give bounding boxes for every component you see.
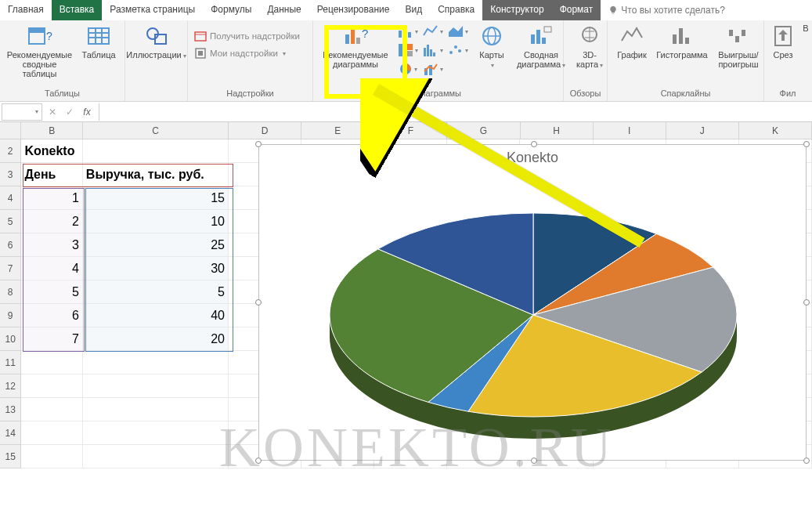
cell-B6[interactable]: 3 bbox=[21, 233, 82, 257]
row-header-12[interactable]: 12 bbox=[0, 374, 21, 398]
svg-rect-12 bbox=[198, 51, 203, 56]
col-header-C[interactable]: C bbox=[83, 122, 229, 139]
cell-B11[interactable] bbox=[21, 351, 82, 374]
row-header-6[interactable]: 6 bbox=[0, 233, 21, 257]
recommended-charts-button[interactable]: ? Рекомендуемыедиаграммы bbox=[318, 22, 393, 71]
row-header-11[interactable]: 11 bbox=[0, 351, 21, 374]
tab-home[interactable]: Главная bbox=[0, 0, 52, 20]
chart-combo-button[interactable]: ▾ bbox=[421, 60, 445, 78]
cell-C2[interactable] bbox=[83, 139, 229, 163]
column-headers: BCDEFGHIJK bbox=[0, 122, 812, 139]
sparkline-line-button[interactable]: График bbox=[612, 22, 651, 61]
col-header-D[interactable]: D bbox=[229, 122, 301, 139]
cell-B7[interactable]: 4 bbox=[21, 257, 82, 280]
tab-help[interactable]: Справка bbox=[430, 0, 482, 20]
tab-format[interactable]: Формат bbox=[552, 0, 601, 20]
maps-button[interactable]: Карты▾ bbox=[473, 22, 511, 71]
tab-view[interactable]: Вид bbox=[397, 0, 430, 20]
cell-C15[interactable] bbox=[83, 445, 229, 468]
table-button[interactable]: Таблица bbox=[78, 22, 120, 61]
cell-B13[interactable] bbox=[21, 398, 82, 421]
tab-design[interactable]: Конструктор bbox=[482, 0, 551, 20]
row-header-2[interactable]: 2 bbox=[0, 139, 21, 163]
cell-C4[interactable]: 15 bbox=[83, 186, 229, 210]
chart-column-button[interactable]: ▾ bbox=[396, 22, 420, 41]
cell-B15[interactable] bbox=[21, 445, 82, 468]
col-header-K[interactable]: K bbox=[739, 122, 812, 139]
enter-formula-button[interactable]: ✓ bbox=[61, 107, 78, 118]
chart-title[interactable]: Konekto bbox=[259, 145, 806, 166]
cancel-formula-button[interactable]: ✕ bbox=[44, 107, 61, 118]
cell-C3[interactable]: Выручка, тыс. руб. bbox=[83, 163, 229, 186]
fx-button[interactable]: fx bbox=[78, 107, 96, 118]
row-header-3[interactable]: 3 bbox=[0, 163, 21, 186]
svg-rect-27 bbox=[433, 52, 435, 56]
cell-C9[interactable]: 40 bbox=[83, 304, 229, 327]
cell-B8[interactable]: 5 bbox=[21, 280, 82, 304]
cell-C13[interactable] bbox=[83, 398, 229, 421]
row-header-5[interactable]: 5 bbox=[0, 210, 21, 233]
sparkline-column-button[interactable]: Гистограмма bbox=[655, 22, 709, 61]
tell-me[interactable]: Что вы хотите сделать? bbox=[601, 0, 733, 20]
chart-hierarchy-button[interactable]: ▾ bbox=[396, 41, 420, 60]
get-addins-button[interactable]: Получить надстройки bbox=[193, 28, 301, 44]
3d-map-button[interactable]: 3D-карта▾ bbox=[568, 22, 611, 71]
tab-insert[interactable]: Вставка bbox=[52, 0, 103, 20]
svg-rect-22 bbox=[406, 44, 413, 50]
tab-data[interactable]: Данные bbox=[259, 0, 309, 20]
row-header-4[interactable]: 4 bbox=[0, 186, 21, 210]
tab-page-layout[interactable]: Разметка страницы bbox=[102, 0, 203, 20]
tab-formulas[interactable]: Формулы bbox=[203, 0, 259, 20]
col-header-B[interactable]: B bbox=[21, 122, 82, 139]
row-header-14[interactable]: 14 bbox=[0, 421, 21, 445]
col-header-F[interactable]: F bbox=[374, 122, 447, 139]
chart-area-button[interactable]: ▾ bbox=[446, 22, 470, 41]
pivot-chart-button[interactable]: Своднаядиаграмма▾ bbox=[514, 22, 568, 71]
treemap-icon bbox=[398, 43, 413, 57]
cell-C10[interactable]: 20 bbox=[83, 327, 229, 351]
name-box[interactable]: ▾ bbox=[2, 103, 42, 121]
formula-input[interactable] bbox=[99, 103, 812, 121]
chart-statistic-button[interactable]: ▾ bbox=[421, 41, 445, 60]
svg-rect-38 bbox=[536, 30, 540, 44]
chart-scatter-button[interactable]: ▾ bbox=[446, 41, 470, 60]
cell-C5[interactable]: 10 bbox=[83, 210, 229, 233]
cell-B2[interactable]: Konekto bbox=[21, 139, 82, 163]
cell-B14[interactable] bbox=[21, 421, 82, 445]
col-header-E[interactable]: E bbox=[301, 122, 374, 139]
col-header-I[interactable]: I bbox=[594, 122, 666, 139]
cell-C8[interactable]: 5 bbox=[83, 280, 229, 304]
cell-C6[interactable]: 25 bbox=[83, 233, 229, 257]
row-header-10[interactable]: 10 bbox=[0, 327, 21, 351]
cell-C14[interactable] bbox=[83, 421, 229, 445]
cell-B3[interactable]: День bbox=[21, 163, 82, 186]
cell-C7[interactable]: 30 bbox=[83, 257, 229, 280]
chart-line-button[interactable]: ▾ bbox=[421, 22, 445, 41]
row-header-13[interactable]: 13 bbox=[0, 398, 21, 421]
illustrations-button[interactable]: Иллюстрации▾ bbox=[130, 22, 182, 62]
cell-C12[interactable] bbox=[83, 374, 229, 398]
col-header-G[interactable]: G bbox=[447, 122, 520, 139]
timeline-button[interactable]: В bbox=[800, 22, 811, 34]
row-header-7[interactable]: 7 bbox=[0, 257, 21, 280]
cell-B4[interactable]: 1 bbox=[21, 186, 82, 210]
row-header-8[interactable]: 8 bbox=[0, 280, 21, 304]
col-header-J[interactable]: J bbox=[666, 122, 739, 139]
my-addins-button[interactable]: Мои надстройки▾ bbox=[193, 45, 301, 61]
group-label-charts: Диаграммы bbox=[318, 87, 558, 101]
chart-object[interactable]: Konekto bbox=[258, 144, 807, 461]
row-header-15[interactable]: 15 bbox=[0, 445, 21, 468]
row-header-9[interactable]: 9 bbox=[0, 304, 21, 327]
col-header-H[interactable]: H bbox=[521, 122, 594, 139]
chart-pie-button[interactable]: ▾ bbox=[396, 60, 420, 78]
recommended-pivot-button[interactable]: ? Рекомендуемыесводные таблицы bbox=[5, 22, 74, 80]
cell-B10[interactable]: 7 bbox=[21, 327, 82, 351]
slicer-button[interactable]: Срез bbox=[769, 22, 797, 61]
sparkline-winloss-button[interactable]: Выигрыш/проигрыш bbox=[713, 22, 764, 71]
tab-review[interactable]: Рецензирование bbox=[309, 0, 398, 20]
select-all-corner[interactable] bbox=[0, 122, 21, 139]
cell-B5[interactable]: 2 bbox=[21, 210, 82, 233]
cell-B12[interactable] bbox=[21, 374, 82, 398]
cell-C11[interactable] bbox=[83, 351, 229, 374]
cell-B9[interactable]: 6 bbox=[21, 304, 82, 327]
